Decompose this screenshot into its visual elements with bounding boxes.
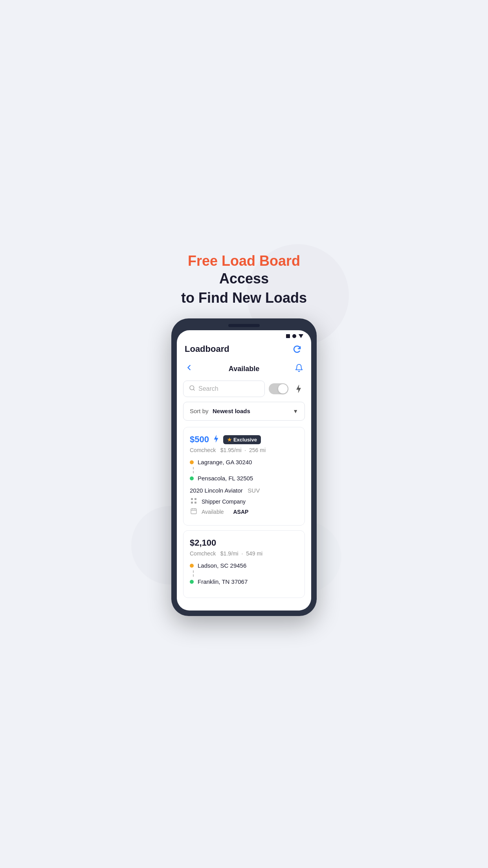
headline-dark-part1: Access <box>219 270 269 287</box>
load-1-payment: Comcheck <box>190 447 216 453</box>
load-1-miles: 256 mi <box>249 447 266 453</box>
load-2-origin-text: Ladson, SC 29456 <box>198 562 246 569</box>
load-1-rate: $1.95/mi <box>220 447 242 453</box>
load-1-origin-text: Lagrange, GA 30240 <box>198 459 252 465</box>
svg-rect-4 <box>191 502 193 504</box>
svg-rect-2 <box>191 498 193 500</box>
svg-line-1 <box>193 389 194 390</box>
route-dashed-line-2 <box>193 570 194 577</box>
destination-dot-2 <box>190 580 194 584</box>
load-1-avail-label: Available <box>202 509 224 515</box>
nav-bar: Available <box>177 360 311 381</box>
phone-frame: Loadboard Available <box>171 318 317 616</box>
load-2-origin: Ladson, SC 29456 <box>190 561 298 570</box>
load-card-1-header: $500 ★ Exclusive <box>190 434 298 445</box>
search-box: Search <box>183 381 265 397</box>
exclusive-star-icon: ★ <box>227 437 232 443</box>
sort-label-group: Sort by Newest loads <box>190 408 250 415</box>
phone-screen: Loadboard Available <box>177 330 311 611</box>
status-bar <box>177 330 311 340</box>
load-1-vehicle: 2020 Lincoln Aviator SUV <box>190 487 298 494</box>
search-input[interactable]: Search <box>198 385 218 392</box>
phone-notch-bar <box>177 324 311 327</box>
calendar-icon <box>190 508 198 516</box>
load-1-price: $500 <box>190 434 209 445</box>
route-line <box>191 467 298 473</box>
load-card-2[interactable]: $2,100 Comcheck $1.9/mi · 549 mi Ladson,… <box>183 530 305 598</box>
back-button[interactable] <box>185 363 193 374</box>
toggle-knob <box>278 384 288 394</box>
sort-label: Sort by <box>190 408 209 414</box>
load-2-route: Ladson, SC 29456 Franklin, TN 37067 <box>190 561 298 586</box>
bell-icon[interactable] <box>295 364 303 374</box>
svg-rect-5 <box>194 502 196 504</box>
load-1-meta: Comcheck $1.95/mi · 256 mi <box>190 447 298 453</box>
origin-dot-2 <box>190 564 194 568</box>
sort-chevron-icon: ▼ <box>293 408 298 414</box>
toggle-switch[interactable] <box>269 383 288 394</box>
search-icon <box>189 385 195 393</box>
load-1-destination: Pensacola, FL 32505 <box>190 474 298 482</box>
headline-red: Free Load Board <box>188 253 300 269</box>
search-section: Search <box>177 381 311 402</box>
svg-rect-6 <box>191 509 196 514</box>
headline-line2: to Find New Loads <box>171 289 317 307</box>
exclusive-label: Exclusive <box>233 437 257 443</box>
sort-bar[interactable]: Sort by Newest loads ▼ <box>183 402 305 421</box>
load-2-meta: Comcheck $1.9/mi · 549 mi <box>190 550 298 557</box>
load-1-shipper: Shipper Company <box>202 498 246 505</box>
load-2-destination: Franklin, TN 37067 <box>190 577 298 586</box>
destination-dot <box>190 476 194 480</box>
phone-notch <box>228 324 260 327</box>
load-1-availability-row: Available ASAP <box>190 508 298 516</box>
lightning-filter-button[interactable] <box>292 383 305 395</box>
status-triangle-icon <box>299 334 303 338</box>
load-1-route: Lagrange, GA 30240 Pensacola, FL 32505 <box>190 458 298 482</box>
load-2-miles: 549 mi <box>246 550 262 557</box>
origin-dot <box>190 460 194 464</box>
sort-value: Newest loads <box>213 408 250 414</box>
load-2-payment: Comcheck <box>190 550 216 557</box>
load-card-1[interactable]: $500 ★ Exclusive Comcheck <box>183 427 305 526</box>
load-1-destination-text: Pensacola, FL 32505 <box>198 475 253 482</box>
load-2-rate: $1.9/mi <box>220 550 238 557</box>
app-title: Loadboard <box>185 344 229 354</box>
loads-list: $500 ★ Exclusive Comcheck <box>177 427 311 611</box>
status-square-icon <box>286 334 290 338</box>
load-1-vehicle-type: SUV <box>248 487 260 494</box>
nav-title: Available <box>229 365 259 373</box>
load-2-destination-text: Franklin, TN 37067 <box>198 578 248 585</box>
headline: Free Load Board Access to Find New Loads <box>163 252 325 307</box>
route-dashed-line <box>193 467 194 473</box>
shipper-grid-icon <box>190 498 198 506</box>
load-1-avail-value: ASAP <box>233 509 248 515</box>
load-1-origin: Lagrange, GA 30240 <box>190 458 298 466</box>
refresh-icon[interactable] <box>291 343 303 355</box>
load-card-2-header: $2,100 <box>190 538 298 548</box>
load-1-lightning-icon <box>213 435 219 444</box>
status-circle-icon <box>292 334 296 338</box>
route-line-2 <box>191 570 298 577</box>
load-1-vehicle-name: 2020 Lincoln Aviator <box>190 487 243 494</box>
app-header: Loadboard <box>177 340 311 360</box>
load-1-shipper-row: Shipper Company <box>190 498 298 506</box>
load-2-price: $2,100 <box>190 538 216 548</box>
exclusive-badge: ★ Exclusive <box>223 435 261 444</box>
page-wrapper: Free Load Board Access to Find New Loads… <box>163 252 325 616</box>
svg-rect-3 <box>194 498 196 500</box>
